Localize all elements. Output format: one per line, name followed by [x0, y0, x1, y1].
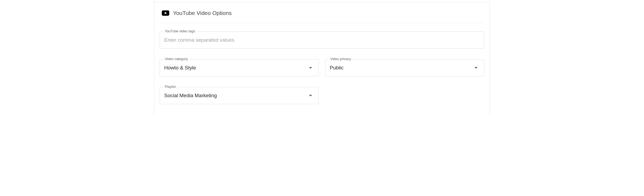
- form-area: YouTube video tags Video category Howto …: [154, 23, 490, 104]
- tags-input[interactable]: [164, 37, 480, 43]
- tags-label: YouTube video tags: [163, 29, 197, 33]
- section-title: YouTube Video Options: [173, 10, 232, 16]
- category-label: Video category: [163, 57, 190, 61]
- playlist-select[interactable]: Playlist Social Media Marketing: [160, 87, 319, 104]
- privacy-select[interactable]: Video privacy Public: [325, 59, 484, 76]
- playlist-value: Social Media Marketing: [164, 93, 217, 99]
- playlist-label: Playlist: [163, 85, 177, 89]
- chevron-down-icon: [309, 67, 312, 69]
- category-value: Howto & Style: [164, 65, 196, 71]
- chevron-down-icon: [474, 67, 478, 69]
- tags-field[interactable]: YouTube video tags: [160, 32, 484, 49]
- youtube-options-panel: YouTube Video Options YouTube video tags…: [154, 0, 490, 115]
- youtube-icon: [162, 10, 169, 16]
- privacy-value: Public: [330, 65, 344, 71]
- section-header: YouTube Video Options: [160, 2, 484, 23]
- privacy-label: Video privacy: [329, 57, 353, 61]
- category-select[interactable]: Video category Howto & Style: [160, 59, 319, 76]
- chevron-down-icon: [309, 95, 312, 96]
